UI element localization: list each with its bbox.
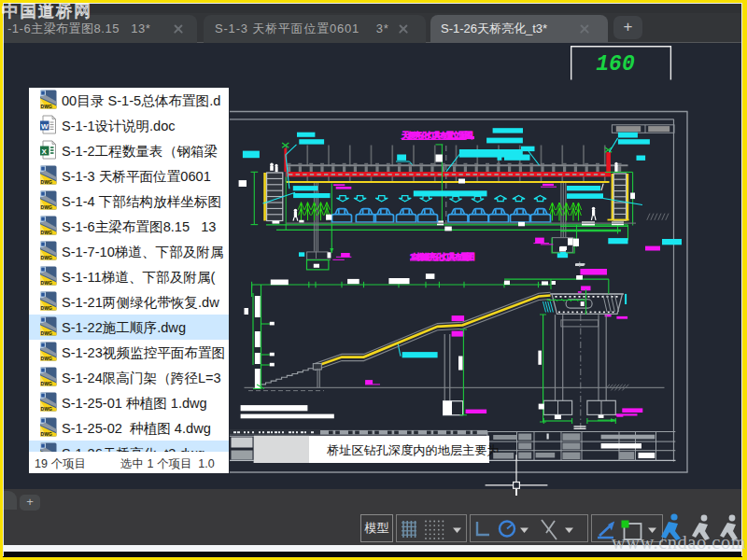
svg-text:桥址区钻孔深度内的地层主要为: 桥址区钻孔深度内的地层主要为	[327, 443, 500, 457]
svg-text:DWG: DWG	[41, 431, 52, 437]
svg-text:DWG: DWG	[41, 406, 52, 412]
svg-text:DWG: DWG	[41, 230, 52, 235]
svg-text:DWG: DWG	[41, 255, 52, 260]
svg-text:1/2梯道亮化灯具布置图: 1/2梯道亮化灯具布置图	[410, 252, 474, 261]
svg-text:天桥亮化灯具布置立面图: 天桥亮化灯具布置立面图	[401, 131, 472, 140]
svg-text:DWG: DWG	[41, 204, 52, 210]
svg-text:DWG: DWG	[41, 330, 52, 336]
svg-text:DWG: DWG	[41, 356, 52, 361]
svg-text:160: 160	[596, 52, 635, 77]
svg-text:DWG: DWG	[41, 104, 52, 109]
svg-text:X: X	[42, 147, 48, 156]
svg-text:DWG: DWG	[41, 280, 52, 286]
svg-text:W: W	[41, 122, 49, 131]
svg-text:DWG: DWG	[41, 305, 52, 311]
svg-text:DWG: DWG	[41, 381, 52, 386]
svg-text:DWG: DWG	[41, 179, 52, 185]
